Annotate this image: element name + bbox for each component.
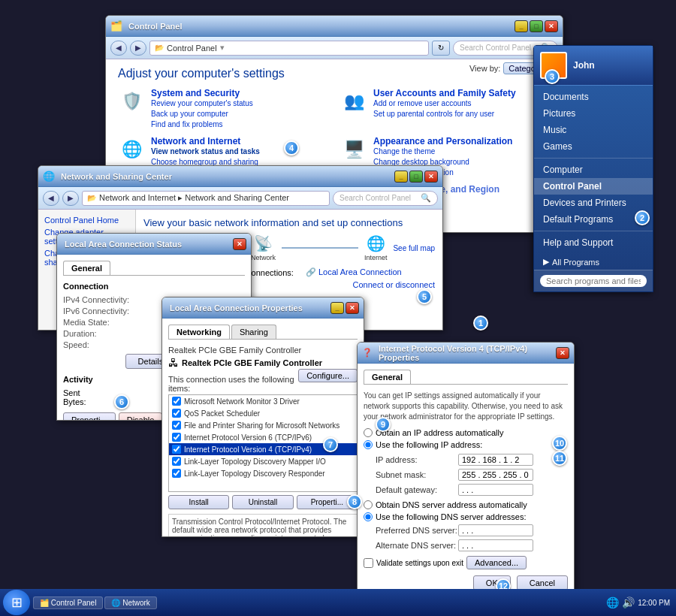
system-security-title[interactable]: System and Security — [151, 88, 253, 98]
cb-responder[interactable] — [172, 469, 181, 478]
ip-address-row: IP address: 192 . 168 . 1 . 2 — [364, 454, 568, 466]
start-item-devices[interactable]: Devices and Printers — [534, 195, 653, 211]
user-accounts-title[interactable]: User Accounts and Family Safety — [373, 88, 516, 98]
auto-ip-radio[interactable] — [364, 428, 373, 437]
preferred-dns-value[interactable]: . . . — [458, 524, 533, 536]
cb-printer[interactable] — [172, 421, 181, 430]
nsc-back-btn[interactable]: ◀ — [43, 191, 59, 206]
use-ip-radio[interactable] — [364, 440, 373, 449]
change-theme-link[interactable]: Change the theme — [373, 147, 435, 156]
ipv4-tab-general[interactable]: General — [364, 370, 411, 384]
appearance-title[interactable]: Appearance and Personalization — [373, 136, 512, 146]
cp-close-btn[interactable]: ✕ — [545, 20, 558, 32]
validate-checkbox[interactable] — [364, 558, 373, 568]
start-item-control-panel[interactable]: Control Panel — [534, 178, 653, 195]
start-item-games[interactable]: Games — [534, 138, 653, 155]
nsc-title: Network and Sharing Center — [58, 172, 394, 181]
start-item-pictures[interactable]: Pictures — [534, 105, 653, 122]
badge-8: 8 — [347, 494, 362, 509]
advanced-btn[interactable]: Advanced... — [466, 556, 527, 569]
cp-forward-btn[interactable]: ▶ — [130, 41, 146, 56]
start-item-documents[interactable]: Documents — [534, 89, 653, 105]
router-icon: 📡 — [254, 234, 273, 252]
ip-address-value[interactable]: 192 . 168 . 1 . 2 — [458, 454, 533, 466]
badge-5: 5 — [417, 289, 432, 304]
start-item-computer[interactable]: Computer — [534, 162, 653, 178]
connections-value[interactable]: 🔗 Local Area Connection — [306, 267, 402, 277]
use-dns-radio[interactable] — [364, 512, 373, 521]
cp-minimize-btn[interactable]: _ — [515, 20, 528, 32]
ipv4-cancel-btn[interactable]: Cancel — [517, 575, 568, 590]
use-dns-label: Use the following DNS server addresses: — [376, 512, 527, 521]
lacs-disable-btn[interactable]: Disable — [119, 412, 163, 421]
start-search-input[interactable] — [540, 275, 647, 287]
lacs-controls: ✕ — [233, 238, 246, 250]
list-item-responder[interactable]: Link-Layer Topology Discovery Responder — [169, 467, 357, 479]
use-ip-label: Use the following IP address: — [376, 440, 482, 449]
network-title[interactable]: Network and Internet — [151, 136, 260, 146]
cp-back-btn[interactable]: ◀ — [110, 41, 127, 56]
lacp-tab-sharing[interactable]: Sharing — [231, 325, 276, 339]
list-item-monitor[interactable]: Microsoft Network Monitor 3 Driver — [169, 395, 357, 407]
start-orb-btn[interactable]: ⊞ — [3, 590, 30, 615]
cp-refresh-btn[interactable]: ↻ — [432, 41, 450, 56]
ipv4-close-btn[interactable]: ✕ — [556, 347, 569, 359]
add-remove-link[interactable]: Add or remove user accounts — [373, 99, 472, 107]
gateway-value[interactable]: . . . — [458, 484, 533, 496]
nsc-forward-btn[interactable]: ▶ — [62, 191, 79, 206]
taskbar-item-1[interactable]: 🗂️ Control Panel — [33, 596, 103, 609]
view-network-link[interactable]: View network status and tasks — [151, 147, 260, 156]
install-btn[interactable]: Install — [168, 495, 229, 509]
auto-dns-radio[interactable] — [364, 500, 373, 509]
nsc-close-btn[interactable]: ✕ — [424, 171, 438, 183]
taskbar-item-2[interactable]: 🌐 Network — [104, 596, 156, 609]
auto-dns-label: Obtain DNS server address automatically — [376, 500, 527, 509]
review-status-link[interactable]: Review your computer's status — [151, 99, 253, 107]
lacs-properties-btn[interactable]: Properti... — [63, 412, 116, 421]
list-item-printer[interactable]: File and Printer Sharing for Microsoft N… — [169, 419, 357, 431]
ipv4-ok-row: OK Cancel — [364, 575, 568, 590]
cb-ipv4[interactable] — [172, 445, 181, 454]
fix-problems-link[interactable]: Find and fix problems — [151, 120, 223, 128]
alternate-dns-label: Alternate DNS server: — [376, 541, 458, 550]
badge-1: 1 — [473, 316, 488, 331]
start-item-music[interactable]: Music — [534, 122, 653, 138]
cp-maximize-btn[interactable]: □ — [530, 20, 543, 32]
lacp-minimize-btn[interactable]: _ — [330, 302, 344, 314]
uninstall-btn[interactable]: Uninstall — [232, 495, 293, 509]
list-item-qos[interactable]: QoS Packet Scheduler — [169, 407, 357, 419]
configure-btn[interactable]: Configure... — [298, 369, 358, 382]
cb-ipv6[interactable] — [172, 433, 181, 442]
backup-link[interactable]: Back up your computer — [151, 110, 228, 118]
cp-address-bar[interactable]: 📂 Control Panel ▾ — [149, 41, 429, 56]
nsc-address-bar[interactable]: 📂 Network and Internet ▸ Network and Sha… — [82, 191, 330, 206]
lacs-tab-general[interactable]: General — [63, 261, 110, 275]
nsc-search-bar[interactable]: Search Control Panel 🔍 — [333, 191, 438, 206]
auto-ip-label: Obtain an IP address automatically — [376, 428, 503, 437]
cb-monitor[interactable] — [172, 397, 181, 406]
lacp-close-btn[interactable]: ✕ — [346, 302, 359, 314]
appearance-icon: 🖥️ — [340, 136, 367, 163]
connection-section-label: Connection — [63, 282, 245, 291]
nsc-minimize-btn[interactable]: _ — [394, 171, 408, 183]
ipv4-controls: ✕ — [556, 347, 569, 359]
lacp-tab-networking[interactable]: Networking — [168, 325, 230, 339]
subnet-value[interactable]: 255 . 255 . 255 . 0 — [458, 469, 533, 481]
list-item-mapper[interactable]: Link-Layer Topology Discovery Mapper I/O — [169, 455, 357, 467]
cb-mapper[interactable] — [172, 457, 181, 466]
see-full-map-link[interactable]: See full map — [393, 244, 435, 252]
nsc-sidebar-home[interactable]: Control Panel Home — [44, 216, 129, 225]
gateway-label: Default gateway: — [376, 485, 458, 494]
connections-label: Connections: — [246, 268, 294, 277]
all-programs-item[interactable]: ▶ All Programs — [534, 254, 653, 270]
alternate-dns-value[interactable]: . . . — [458, 539, 533, 551]
network-desc: View network status and tasks Choose hom… — [151, 146, 260, 168]
system-security-icon: 🛡️ — [118, 88, 145, 115]
lacs-close-btn[interactable]: ✕ — [233, 238, 246, 250]
nsc-maximize-btn[interactable]: □ — [409, 171, 423, 183]
cb-qos[interactable] — [172, 409, 181, 418]
parental-controls-link[interactable]: Set up parental controls for any user — [373, 110, 494, 118]
ipv4-content: General You can get IP settings assigned… — [358, 364, 574, 611]
start-item-help[interactable]: Help and Support — [534, 234, 653, 251]
nsc-controls: _ □ ✕ — [394, 171, 438, 183]
